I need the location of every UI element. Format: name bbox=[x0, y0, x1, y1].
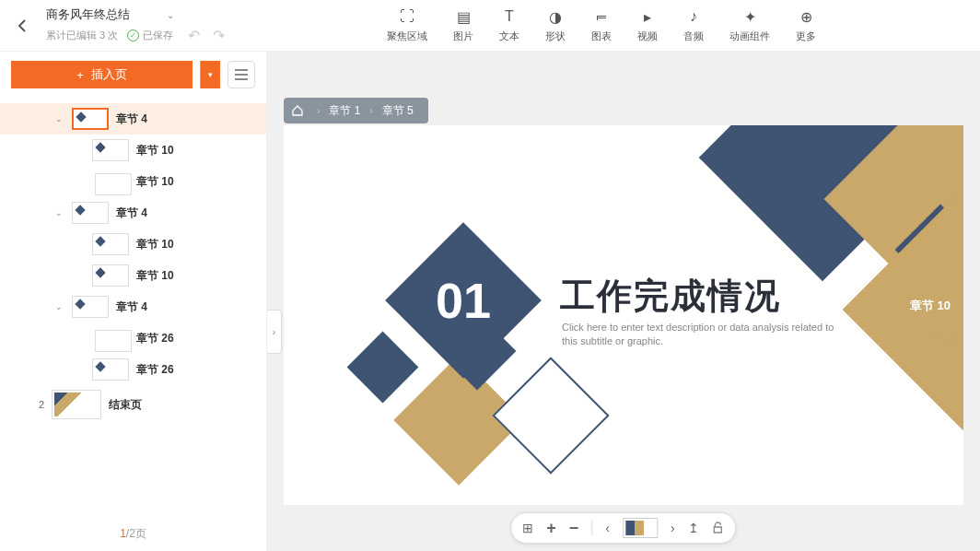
slide-number-box: 01 bbox=[385, 222, 542, 379]
tree-node[interactable]: 章节 10 bbox=[0, 229, 266, 260]
tree-node[interactable]: 章节 10 bbox=[0, 260, 266, 291]
tree-end-page[interactable]: 2结束页 bbox=[0, 385, 266, 424]
pagination: 1/2页 bbox=[0, 517, 266, 551]
tool-label: 音频 bbox=[683, 29, 704, 43]
edit-count: 累计已编辑 3 次 bbox=[46, 29, 118, 42]
tree-node[interactable]: ⌄章节 4 bbox=[0, 291, 266, 322]
chevron-down-icon[interactable]: ⌄ bbox=[53, 114, 64, 123]
selection-corner-tr bbox=[950, 125, 963, 139]
zoom-out-icon[interactable]: − bbox=[569, 519, 579, 538]
anim-icon: ✦ bbox=[741, 7, 759, 26]
tool-label: 图片 bbox=[453, 29, 473, 43]
title-dropdown-icon[interactable]: ⌄ bbox=[167, 10, 174, 20]
node-label: 章节 10 bbox=[136, 268, 174, 284]
chart-icon: ⫭ bbox=[592, 7, 611, 26]
tree-node[interactable]: ⌄章节 4 bbox=[0, 197, 266, 229]
selection-corner-br bbox=[950, 491, 963, 505]
breadcrumb-item[interactable]: 章节 5 bbox=[379, 103, 417, 119]
breadcrumb-sep: › bbox=[364, 106, 378, 116]
more-icon: ⊕ bbox=[797, 7, 815, 26]
page-total: /2页 bbox=[126, 527, 146, 540]
deco-diamond-navy-small bbox=[347, 332, 419, 404]
sidebar-collapse-handle[interactable]: › bbox=[267, 310, 282, 354]
tool-audio[interactable]: ♪音频 bbox=[683, 7, 704, 43]
tool-shape[interactable]: ◑形状 bbox=[545, 7, 566, 43]
separator bbox=[591, 520, 592, 536]
insert-page-dropdown[interactable]: ▾ bbox=[200, 61, 220, 88]
slide-sidebar: 插入页 ▾ ⌄章节 4章节 10章节 10⌄章节 4章节 10章节 10⌄章节 … bbox=[0, 52, 267, 551]
chevron-down-icon[interactable]: ⌄ bbox=[53, 302, 64, 311]
video-icon: ▸ bbox=[638, 7, 657, 26]
up-level-icon[interactable]: ↥ bbox=[688, 521, 699, 535]
tool-label: 动画组件 bbox=[729, 29, 770, 43]
tool-label: 视频 bbox=[637, 29, 658, 43]
breadcrumb-home-icon[interactable] bbox=[284, 104, 311, 117]
tree-node[interactable]: ⌄章节 4 bbox=[0, 103, 266, 135]
redo-icon[interactable]: ↷ bbox=[213, 27, 225, 44]
next-slide-icon[interactable]: › bbox=[671, 521, 675, 535]
node-label: 章节 26 bbox=[136, 362, 174, 378]
saved-status: 已保存 bbox=[127, 29, 173, 42]
tool-text[interactable]: T文本 bbox=[499, 7, 519, 43]
tree-node[interactable]: 章节 26 bbox=[0, 322, 266, 354]
list-view-toggle[interactable] bbox=[228, 61, 255, 88]
tool-image[interactable]: ▤图片 bbox=[453, 7, 473, 43]
slide-thumbnail bbox=[92, 139, 129, 161]
doc-title-row[interactable]: 商务风年终总结 ⌄ bbox=[46, 6, 225, 23]
slide-thumbnail bbox=[72, 202, 109, 224]
prev-slide-icon[interactable]: ‹ bbox=[605, 521, 610, 535]
slide-canvas[interactable]: 01 工作完成情况 Click here to enter text descr… bbox=[284, 125, 963, 505]
insert-page-button[interactable]: 插入页 bbox=[11, 61, 192, 88]
text-icon: T bbox=[500, 7, 519, 26]
tree-node[interactable]: 章节 10 bbox=[0, 135, 266, 166]
breadcrumb-item[interactable]: 章节 1 bbox=[325, 103, 364, 119]
selection-corner-bl bbox=[284, 491, 298, 505]
canvas-area: › › 章节 1 › 章节 5 01 bbox=[267, 52, 980, 551]
chevron-down-icon[interactable]: ⌄ bbox=[53, 208, 64, 217]
breadcrumb: › 章节 1 › 章节 5 bbox=[284, 98, 428, 123]
current-slide-thumb[interactable] bbox=[623, 518, 658, 538]
slide-thumbnail bbox=[72, 108, 109, 130]
tree-node[interactable]: 章节 10 bbox=[0, 166, 266, 197]
image-icon: ▤ bbox=[454, 7, 472, 26]
tool-focus[interactable]: ⛶聚焦区域 bbox=[387, 7, 427, 43]
back-button[interactable] bbox=[11, 15, 33, 37]
top-toolbar: 商务风年终总结 ⌄ 累计已编辑 3 次 已保存 ↶ ↷ ⛶聚焦区域▤图片T文本◑… bbox=[0, 0, 980, 52]
topbar-left: 商务风年终总结 ⌄ 累计已编辑 3 次 已保存 ↶ ↷ bbox=[0, 6, 267, 44]
peek-label-small: 章节 10 bbox=[931, 333, 960, 345]
grid-icon[interactable]: ⊞ bbox=[522, 521, 533, 535]
slide-subtitle[interactable]: Click here to enter text description or … bbox=[562, 321, 838, 349]
undo-icon[interactable]: ↶ bbox=[188, 27, 200, 44]
audio-icon: ♪ bbox=[684, 7, 703, 26]
tool-more[interactable]: ⊕更多 bbox=[796, 7, 816, 43]
node-label: 结束页 bbox=[109, 397, 142, 413]
slide-thumbnail bbox=[95, 173, 132, 195]
document-title: 商务风年终总结 bbox=[46, 6, 130, 23]
page-current: 1 bbox=[120, 527, 126, 540]
node-label: 章节 4 bbox=[116, 299, 147, 315]
deco-diamond-outline bbox=[492, 357, 609, 474]
shape-icon: ◑ bbox=[546, 7, 565, 26]
slide-title[interactable]: 工作完成情况 bbox=[560, 273, 781, 320]
tool-video[interactable]: ▸视频 bbox=[637, 7, 658, 43]
tool-anim[interactable]: ✦动画组件 bbox=[729, 7, 770, 43]
bottom-toolbar: ⊞ + − ‹ › ↥ bbox=[510, 512, 736, 544]
slide-number: 01 bbox=[436, 272, 491, 329]
main-tools: ⛶聚焦区域▤图片T文本◑形状⫭图表▸视频♪音频✦动画组件⊕更多 bbox=[267, 7, 980, 43]
tool-chart[interactable]: ⫭图表 bbox=[591, 7, 612, 43]
slide-tree: ⌄章节 4章节 10章节 10⌄章节 4章节 10章节 10⌄章节 4章节 26… bbox=[0, 98, 266, 517]
slide-thumbnail bbox=[92, 264, 129, 287]
slide-thumbnail bbox=[52, 390, 101, 419]
tool-label: 形状 bbox=[545, 29, 566, 43]
focus-icon: ⛶ bbox=[398, 7, 416, 26]
node-label: 章节 10 bbox=[136, 143, 174, 158]
tool-label: 文本 bbox=[499, 29, 519, 43]
tree-node[interactable]: 章节 26 bbox=[0, 354, 266, 385]
node-label: 章节 10 bbox=[136, 237, 174, 252]
lock-icon[interactable] bbox=[712, 522, 725, 534]
selection-corner-tl bbox=[284, 125, 298, 139]
tool-label: 聚焦区域 bbox=[387, 29, 427, 43]
node-label: 章节 10 bbox=[136, 174, 174, 190]
tool-label: 图表 bbox=[591, 29, 612, 43]
zoom-in-icon[interactable]: + bbox=[546, 519, 556, 538]
